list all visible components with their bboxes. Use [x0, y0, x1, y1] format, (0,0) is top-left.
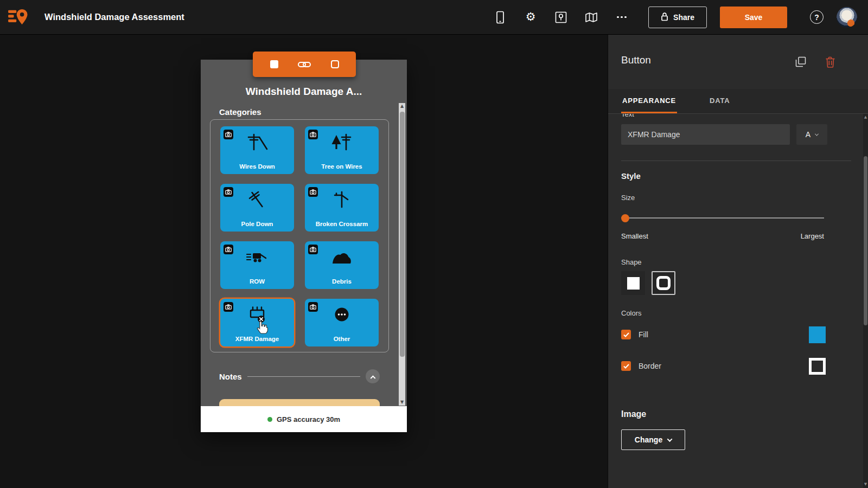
header-toolbar: ⚙ — [493, 10, 629, 24]
other-icon — [305, 305, 379, 324]
size-label: Size — [621, 194, 635, 202]
category-button-pole-down[interactable]: Pole Down — [220, 184, 294, 232]
category-button-wires-down[interactable]: Wires Down — [220, 126, 294, 174]
button-text-input[interactable] — [621, 124, 790, 145]
category-button-other[interactable]: Other — [305, 299, 379, 346]
style-heading: Style — [621, 171, 641, 181]
panel-scrollbar[interactable]: ▲ ▼ — [863, 114, 868, 488]
group-tool-icon[interactable] — [326, 55, 344, 74]
size-max-label: Largest — [801, 232, 824, 240]
chevron-down-icon — [815, 132, 819, 136]
border-label: Border — [639, 362, 801, 370]
selection-toolbar — [253, 52, 356, 77]
appearance-content: Text A Style Size Smallest Largest Sh — [608, 114, 863, 488]
square-shape-icon — [627, 277, 640, 290]
shape-option-rounded[interactable] — [652, 271, 675, 295]
page-title: Windshield Damage Assessment — [44, 12, 184, 22]
change-image-button[interactable]: Change — [621, 429, 685, 450]
design-canvas[interactable]: Windshield Damage A... Categories — [0, 35, 608, 488]
text-field-label: Text — [621, 114, 634, 118]
category-button-tree-on-wires[interactable]: Tree on Wires — [305, 126, 379, 174]
chevron-up-icon — [370, 375, 375, 381]
notes-group-header: Notes — [219, 369, 380, 384]
phone-scrollbar[interactable]: ▲ ▼ — [399, 103, 405, 406]
user-avatar[interactable] — [837, 7, 857, 28]
font-format-button[interactable]: A — [796, 124, 827, 145]
collapse-notes-button[interactable] — [366, 369, 380, 383]
scroll-down-icon[interactable]: ▼ — [399, 400, 405, 405]
scroll-up-icon[interactable]: ▲ — [863, 115, 868, 120]
share-button[interactable]: Share — [648, 7, 707, 28]
slider-range-labels: Smallest Largest — [621, 232, 824, 240]
border-checkbox[interactable] — [621, 361, 631, 371]
slider-track[interactable] — [621, 217, 824, 219]
settings-gear-icon[interactable]: ⚙ — [524, 10, 538, 24]
mobile-preview-icon[interactable] — [493, 10, 507, 24]
basemap-icon[interactable] — [554, 10, 568, 24]
properties-panel: Button APPEARANCE DATA — [608, 35, 868, 488]
debris-icon — [305, 248, 379, 266]
border-color-row: Border — [621, 357, 826, 375]
size-min-label: Smallest — [621, 232, 648, 240]
project-title: Windshield Damage A... — [201, 86, 407, 98]
panel-scrollbar-thumb[interactable] — [864, 156, 867, 325]
save-button[interactable]: Save — [720, 7, 787, 28]
quickcapture-logo-icon — [8, 8, 29, 27]
overflow-menu-icon[interactable] — [615, 10, 629, 24]
chevron-down-icon — [667, 436, 673, 442]
section-divider — [621, 160, 851, 161]
image-heading: Image — [621, 409, 646, 419]
fill-checkbox[interactable] — [621, 330, 631, 339]
scroll-up-icon[interactable]: ▲ — [399, 104, 405, 109]
rounded-square-shape-icon — [656, 276, 671, 290]
lock-icon — [661, 12, 668, 23]
broken-crossarm-icon — [305, 190, 379, 209]
xfmr-damage-icon — [220, 305, 294, 324]
delete-button[interactable] — [824, 55, 837, 68]
category-button-debris[interactable]: Debris — [305, 241, 379, 289]
panel-title: Button — [621, 54, 651, 66]
gps-status-text: GPS accuracy 30m — [277, 415, 340, 423]
slider-thumb[interactable] — [621, 214, 629, 222]
tab-appearance[interactable]: APPEARANCE — [621, 89, 677, 113]
notes-group-label: Notes — [219, 372, 242, 381]
gps-status-dot — [267, 417, 272, 422]
map-icon[interactable] — [584, 10, 598, 24]
scroll-down-icon[interactable]: ▼ — [863, 482, 868, 487]
button-tool-icon[interactable] — [265, 55, 283, 74]
category-button-broken-crossarm[interactable]: Broken Crossarm — [305, 184, 379, 232]
row-icon — [220, 248, 294, 266]
fill-color-row: Fill — [621, 325, 826, 344]
size-slider[interactable] — [621, 213, 824, 223]
gps-status-bar: GPS accuracy 30m — [201, 406, 407, 432]
phone-preview[interactable]: Windshield Damage A... Categories — [201, 60, 407, 432]
panel-tabs: APPEARANCE DATA — [608, 89, 868, 114]
shape-option-square[interactable] — [621, 271, 645, 295]
duplicate-button[interactable] — [794, 55, 807, 68]
tab-data[interactable]: DATA — [709, 89, 731, 113]
notes-divider — [247, 376, 360, 377]
categories-group: Wires Down — [210, 119, 389, 352]
categories-group-label: Categories — [219, 107, 261, 117]
link-tool-icon[interactable] — [295, 55, 314, 74]
category-button-row[interactable]: ROW — [220, 241, 294, 289]
quickcapture-designer: Windshield Damage Assessment ⚙ — [0, 0, 868, 488]
fill-label: Fill — [639, 330, 801, 339]
shape-label: Shape — [621, 258, 642, 266]
app-logo[interactable] — [8, 7, 29, 28]
phone-scrollbar-thumb[interactable] — [400, 112, 405, 357]
wires-down-icon — [220, 133, 294, 151]
fill-color-swatch[interactable] — [809, 326, 826, 343]
help-button[interactable]: ? — [810, 10, 824, 24]
category-button-xfmr-damage[interactable]: XFMR Damage — [220, 299, 294, 346]
colors-label: Colors — [621, 309, 642, 317]
border-color-swatch[interactable] — [809, 358, 826, 375]
app-header: Windshield Damage Assessment ⚙ — [0, 0, 868, 35]
tree-on-wires-icon — [305, 133, 379, 151]
pole-down-icon — [220, 190, 294, 209]
